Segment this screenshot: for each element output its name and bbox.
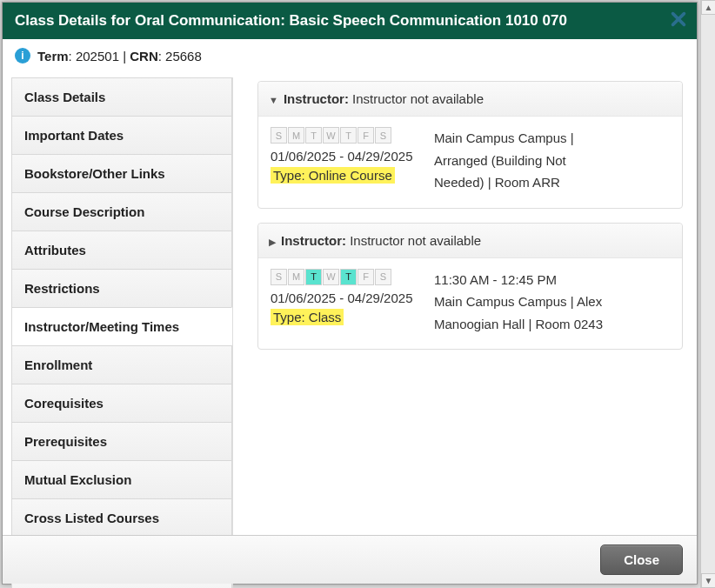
meeting-left-col: SMTWTFS01/06/2025 - 04/29/2025Type: Onli… [271, 127, 418, 194]
location-line: Manoogian Hall | Room 0243 [434, 313, 603, 336]
day-cell: W [323, 127, 339, 144]
meeting-times-content: ▼Instructor: Instructor not availableSMT… [257, 77, 688, 588]
meeting-type: Type: Online Course [271, 167, 395, 184]
class-details-modal: Class Details for Oral Communication: Ba… [2, 2, 698, 585]
meeting-left-col: SMTWTFS01/06/2025 - 04/29/2025Type: Clas… [271, 269, 418, 336]
info-icon: i [15, 48, 30, 63]
term-crn-text: Term: 202501 | CRN: 25668 [37, 49, 202, 63]
date-range: 01/06/2025 - 04/29/2025 [271, 149, 418, 164]
day-cell: M [288, 127, 304, 144]
sidebar-item-bookstore-other-links[interactable]: Bookstore/Other Links [11, 154, 232, 192]
meeting-type: Type: Class [271, 309, 344, 325]
day-cell: F [358, 127, 374, 144]
location-line: 11:30 AM - 12:45 PM [434, 269, 603, 291]
meeting-body: SMTWTFS01/06/2025 - 04/29/2025Type: Onli… [258, 117, 682, 208]
sidebar-item-mutual-exclusion[interactable]: Mutual Exclusion [11, 460, 232, 498]
days-of-week: SMTWTFS [271, 269, 418, 285]
sidebar-item-attributes[interactable]: Attributes [11, 231, 232, 269]
day-cell: W [323, 269, 339, 285]
meeting-header[interactable]: ▶Instructor: Instructor not available [258, 224, 682, 258]
meeting-location: 11:30 AM - 12:45 PMMain Campus Campus | … [434, 269, 603, 336]
day-cell: M [288, 269, 304, 285]
modal-title: Class Details for Oral Communication: Ba… [15, 12, 567, 29]
day-cell: T [305, 269, 322, 285]
location-line: Main Campus Campus | Alex [434, 291, 603, 313]
day-cell: T [340, 127, 357, 144]
modal-titlebar: Class Details for Oral Communication: Ba… [3, 3, 697, 39]
day-cell: F [358, 269, 374, 285]
meeting-body: SMTWTFS01/06/2025 - 04/29/2025Type: Clas… [258, 258, 682, 350]
close-icon[interactable] [669, 10, 688, 33]
sidebar-item-prerequisites[interactable]: Prerequisites [11, 422, 232, 460]
modal-footer: Close [3, 535, 697, 584]
sidebar-item-corequisites[interactable]: Corequisites [11, 384, 232, 422]
term-crn-bar: i Term: 202501 | CRN: 25668 [3, 39, 697, 69]
day-cell: T [340, 269, 357, 285]
days-of-week: SMTWTFS [271, 127, 418, 144]
meeting-block: ▼Instructor: Instructor not availableSMT… [257, 81, 683, 209]
day-cell: S [271, 127, 287, 144]
scroll-up-arrow-icon[interactable]: ▲ [701, 0, 715, 15]
meeting-location: Main Campus Campus |Arranged (Building N… [434, 127, 574, 194]
close-button[interactable]: Close [600, 545, 683, 575]
instructor-value: Instructor not available [352, 91, 484, 106]
instructor-label: Instructor: [281, 233, 346, 248]
page-scrollbar[interactable]: ▲ ▼ [700, 0, 715, 588]
location-line: Arranged (Building Not [434, 150, 574, 172]
chevron-down-icon: ▼ [269, 95, 278, 105]
instructor-value: Instructor not available [350, 233, 481, 248]
sidebar-nav: Class DetailsImportant DatesBookstore/Ot… [11, 77, 233, 588]
sidebar-item-class-details[interactable]: Class Details [11, 77, 232, 116]
date-range: 01/06/2025 - 04/29/2025 [271, 291, 418, 305]
scroll-down-arrow-icon[interactable]: ▼ [701, 573, 715, 588]
day-cell: S [375, 269, 391, 285]
day-cell: S [271, 269, 287, 285]
day-cell: T [305, 127, 322, 144]
sidebar-item-instructor-meeting-times[interactable]: Instructor/Meeting Times [11, 307, 232, 345]
sidebar-item-course-description[interactable]: Course Description [11, 192, 232, 231]
instructor-label: Instructor: [284, 91, 349, 106]
day-cell: S [375, 127, 391, 144]
modal-body: Class DetailsImportant DatesBookstore/Ot… [3, 69, 697, 588]
meeting-header[interactable]: ▼Instructor: Instructor not available [258, 82, 682, 117]
sidebar-item-important-dates[interactable]: Important Dates [11, 116, 232, 154]
sidebar-item-restrictions[interactable]: Restrictions [11, 269, 232, 307]
meeting-block: ▶Instructor: Instructor not availableSMT… [257, 223, 683, 351]
sidebar-item-enrollment[interactable]: Enrollment [11, 345, 232, 384]
chevron-right-icon: ▶ [269, 237, 276, 248]
location-line: Main Campus Campus | [434, 127, 574, 150]
location-line: Needed) | Room ARR [434, 171, 574, 194]
sidebar-item-cross-listed-courses[interactable]: Cross Listed Courses [11, 498, 232, 537]
